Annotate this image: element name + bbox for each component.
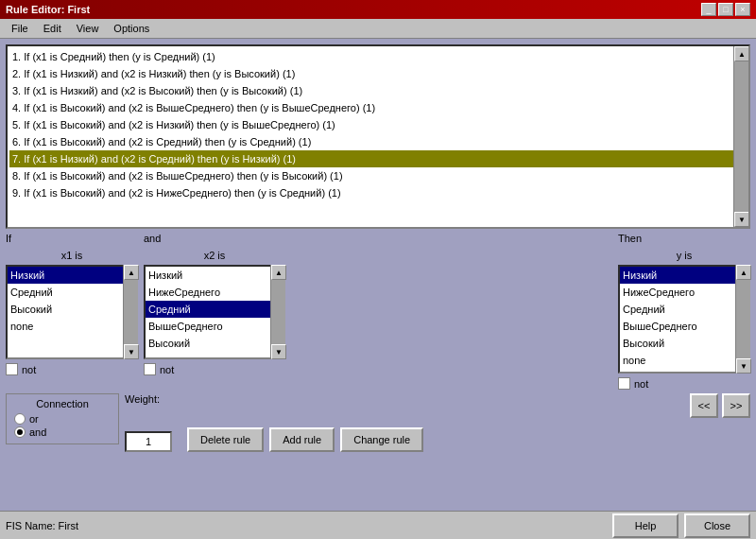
x1-not-checkbox[interactable] [6,363,18,375]
x2-not-label: not [160,364,174,375]
add-rule-button[interactable]: Add rule [269,427,335,452]
delete-rule-button[interactable]: Delete rule [187,427,264,452]
weight-label: Weight: [125,393,172,405]
minimize-button[interactable]: _ [701,3,716,16]
y-list-item[interactable]: Низкий [620,267,739,284]
y-list-item[interactable]: none [620,352,739,369]
y-list-item[interactable]: Средний [620,301,739,318]
if-label: If [6,233,138,244]
x1-label: x1 is [61,250,83,261]
x1-not-label: not [22,364,36,375]
maximize-button[interactable]: □ [718,3,733,16]
connection-title: Connection [14,398,111,409]
x1-scroll-down[interactable]: ▼ [124,344,139,359]
x2-list-item[interactable]: none [146,352,274,359]
x1-scroll-up[interactable]: ▲ [124,265,139,280]
menu-view[interactable]: View [69,21,107,36]
x2-list-item[interactable]: ВышеСреднего [146,318,274,335]
x1-list-item[interactable]: Средний [8,284,127,301]
x2-list-item[interactable]: НижеСреднего [146,284,274,301]
and-conn-label: and [29,426,46,438]
rule-item[interactable]: 8. If (x1 is Высокий) and (x2 is ВышеСре… [9,167,747,184]
or-label: or [29,413,39,425]
y-list-item[interactable]: ВышеСреднего [620,318,739,335]
x1-list-item[interactable]: none [8,318,127,335]
x2-scroll-up[interactable]: ▲ [271,265,286,280]
connection-group: Connection or and [6,393,119,444]
radio-or[interactable] [14,413,26,425]
change-rule-button[interactable]: Change rule [340,427,423,452]
status-bar: FIS Name: First Help Close [0,511,756,539]
x2-not-checkbox[interactable] [144,363,156,375]
x2-listbox[interactable]: НизкийНижеСреднегоСреднийВышеСреднегоВыс… [144,265,276,359]
scroll-up-button[interactable]: ▲ [734,46,749,61]
y-scroll-down[interactable]: ▼ [736,358,751,374]
window-title: Rule Editor: First [6,4,90,15]
y-listbox[interactable]: НизкийНижеСреднегоСреднийВышеСреднегоВыс… [618,265,741,374]
x2-list-item[interactable]: Средний [146,301,274,318]
rule-item[interactable]: 4. If (x1 is Высокий) and (x2 is ВышеСре… [9,99,747,116]
rule-item[interactable]: 3. If (x1 is Низкий) and (x2 is Высокий)… [9,82,747,99]
y-not-checkbox[interactable] [618,377,630,390]
fis-name: FIS Name: First [6,520,78,531]
radio-and[interactable] [14,426,26,438]
menu-edit[interactable]: Edit [36,21,69,36]
x2-list-item[interactable]: Высокий [146,335,274,352]
y-scroll-up[interactable]: ▲ [736,265,751,280]
y-list-item[interactable]: Высокий [620,335,739,352]
then-label: Then [618,233,750,244]
rule-item[interactable]: 6. If (x1 is Высокий) and (x2 is Средний… [9,133,747,150]
rule-item[interactable]: 5. If (x1 is Высокий) and (x2 is Низкий)… [9,116,747,133]
y-label: y is [677,250,693,261]
x1-list-item[interactable]: Высокий [8,301,127,318]
rule-item[interactable]: 7. If (x1 is Низкий) and (x2 is Средний)… [9,150,747,167]
weight-input[interactable] [125,431,172,452]
rule-item[interactable]: 9. If (x1 is Высокий) and (x2 is НижеСре… [9,184,747,201]
menu-file[interactable]: File [4,21,36,36]
close-status-button[interactable]: Close [684,513,750,538]
x2-label: x2 is [204,250,226,261]
close-button[interactable]: × [735,3,750,16]
forward-button[interactable]: >> [722,393,750,418]
x1-list-item[interactable]: Низкий [8,267,127,284]
rules-list-container: 1. If (x1 is Средний) then (y is Средний… [6,44,750,229]
and-label: and [144,233,285,244]
y-not-label: not [634,378,648,390]
x2-list-item[interactable]: Низкий [146,267,274,284]
menu-options[interactable]: Options [106,21,157,36]
help-button[interactable]: Help [612,513,679,538]
rule-item[interactable]: 1. If (x1 is Средний) then (y is Средний… [9,48,747,65]
back-button[interactable]: << [690,393,718,418]
scroll-down-button[interactable]: ▼ [734,212,749,227]
x1-listbox[interactable]: НизкийСреднийВысокийnone [6,265,129,359]
menu-bar: File Edit View Options [0,19,756,39]
rule-item[interactable]: 2. If (x1 is Низкий) and (x2 is Низкий) … [9,65,747,82]
title-bar: Rule Editor: First _ □ × [0,0,756,19]
x2-scroll-down[interactable]: ▼ [271,344,286,359]
y-list-item[interactable]: НижеСреднего [620,284,739,301]
